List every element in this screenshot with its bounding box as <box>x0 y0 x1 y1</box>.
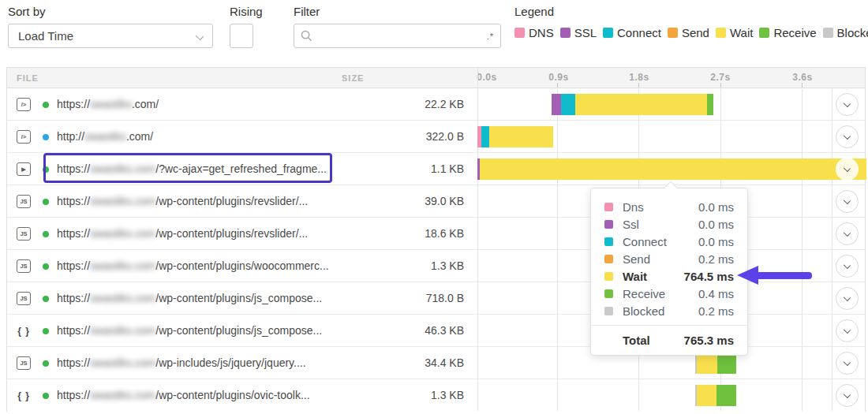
tooltip-metric-value: 0.0 ms <box>698 200 734 214</box>
url-prefix: https:// <box>57 98 90 110</box>
tooltip-metric-label: Wait <box>623 270 684 283</box>
table-row[interactable]: />https://swastiks.com/22.2 KB <box>7 88 865 121</box>
legend-item-blocked: Blocked <box>823 26 868 39</box>
status-dot-green <box>43 231 49 237</box>
axis-tick-mark <box>720 83 721 88</box>
file-url[interactable]: https://swastiks.com/ <box>57 98 159 110</box>
braces-file-icon: { } <box>15 324 32 338</box>
axis-tick-label: 2.7s <box>710 72 730 83</box>
wait-swatch-icon <box>604 272 613 281</box>
chevron-down-icon <box>844 262 851 269</box>
url-domain-blurred: swastiks.com <box>90 227 155 240</box>
tooltip-metric-label: Dns <box>623 200 698 214</box>
file-size: 39.0 KB <box>425 195 464 207</box>
dns-swatch-icon <box>604 203 613 211</box>
tooltip-row-dns: Dns0.0 ms <box>591 198 747 215</box>
timing-bar <box>477 153 866 185</box>
timing-segment-receive <box>707 94 713 115</box>
file-url[interactable]: https://swastiks.com/wp-content/plugins/… <box>57 195 308 207</box>
url-domain-blurred: swastiks.com <box>90 389 155 401</box>
timing-segment-ssl <box>552 94 561 115</box>
file-url[interactable]: https://swastiks.com/wp-content/plugins/… <box>57 324 322 337</box>
file-size: 1.1 KB <box>431 162 464 175</box>
file-url[interactable]: https://swastiks.com/wp-content/plugins/… <box>57 292 322 304</box>
timing-tooltip: Dns0.0 msSsl0.0 msConnect0.0 msSend0.2 m… <box>590 188 748 356</box>
expand-row-button[interactable] <box>836 222 859 245</box>
file-url[interactable]: https://swastiks.com/wp-includes/js/jque… <box>57 356 306 369</box>
regex-toggle-icon[interactable]: .* <box>487 32 494 40</box>
file-url[interactable]: https://swastiks.com/wp-content/plugins/… <box>57 259 329 272</box>
status-dot-green <box>43 360 49 367</box>
sort-by-label: Sort by <box>8 5 46 18</box>
url-domain-blurred: swastiks.com <box>90 324 155 337</box>
axis-tick-label: 1.8s <box>629 72 649 83</box>
table-row[interactable]: />http://swastiks.com/322.0 B <box>7 121 865 153</box>
expand-row-button[interactable] <box>836 93 859 116</box>
url-domain-blurred: swastiks <box>84 130 126 143</box>
js-file-icon: JS <box>17 356 31 370</box>
timing-segment-connect <box>481 126 489 147</box>
js-file-icon: JS <box>17 227 31 241</box>
tooltip-metric-label: Receive <box>623 287 698 300</box>
legend-item-receive: Receive <box>759 26 816 39</box>
table-row[interactable]: ▶https://swastiks.com/?wc-ajax=get_refre… <box>7 153 865 185</box>
table-header: FILE SIZE 0.0s0.9s1.8s2.7s3.6s <box>7 68 865 88</box>
send-swatch-icon <box>604 255 613 263</box>
file-column-header: FILE <box>17 73 39 83</box>
legend-item-label: Wait <box>730 26 753 39</box>
connect-swatch-icon <box>603 28 613 38</box>
file-url[interactable]: http://swastiks.com/ <box>57 130 153 143</box>
file-size: 1.3 KB <box>431 259 464 272</box>
legend-item-label: SSL <box>574 26 597 39</box>
tooltip-row-ssl: Ssl0.0 ms <box>591 215 747 233</box>
file-url[interactable]: https://swastiks.com/wp-content/plugins/… <box>57 389 310 401</box>
url-path: /wp-content/plugins/ovic-toolk... <box>155 389 309 401</box>
sort-by-value: Load Time <box>18 29 73 43</box>
js-file-icon: JS <box>17 292 31 305</box>
expand-row-button[interactable] <box>836 255 859 278</box>
tooltip-row-wait: Wait764.5 ms <box>591 267 747 285</box>
media-file-icon: ▶ <box>17 162 31 176</box>
legend-label: Legend <box>514 5 554 18</box>
dns-swatch-icon <box>514 28 525 38</box>
status-dot-blue <box>43 134 49 140</box>
wait-swatch-icon <box>716 28 726 38</box>
file-url[interactable]: https://swastiks.com/?wc-ajax=get_refres… <box>57 162 327 175</box>
url-prefix: https:// <box>57 389 90 401</box>
expand-row-button[interactable] <box>836 190 859 213</box>
rising-label: Rising <box>230 5 263 18</box>
timing-segment-wait <box>697 385 716 406</box>
expand-row-button[interactable] <box>836 319 859 342</box>
url-path: .com/ <box>126 130 153 143</box>
size-column-header: SIZE <box>342 73 364 83</box>
timing-segment-wait <box>480 159 866 180</box>
js-file-icon: JS <box>17 195 31 208</box>
url-path: /wp-content/plugins/revslider/... <box>155 195 308 207</box>
blocked-swatch-icon <box>604 307 613 315</box>
legend-item-connect: Connect <box>603 26 661 39</box>
file-size: 22.2 KB <box>425 98 464 110</box>
expand-row-button[interactable] <box>836 384 859 407</box>
table-row[interactable]: { }https://swastiks.com/wp-content/plugi… <box>7 379 865 412</box>
expand-row-button[interactable] <box>836 125 859 148</box>
status-dot-green <box>43 166 49 173</box>
tooltip-row-blocked: Blocked0.2 ms <box>591 302 747 319</box>
url-domain-blurred: swastiks.com <box>90 162 155 175</box>
filter-input[interactable] <box>317 30 487 43</box>
axis-tick-mark <box>802 83 803 88</box>
url-domain-blurred: swastiks <box>90 98 132 110</box>
legend-item-dns: DNS <box>514 26 554 39</box>
url-prefix: https:// <box>57 162 90 175</box>
rising-checkbox[interactable] <box>230 24 253 48</box>
file-url[interactable]: https://swastiks.com/wp-content/plugins/… <box>57 227 308 240</box>
timing-segment-wait <box>697 352 717 374</box>
tooltip-row-receive: Receive0.4 ms <box>591 285 747 302</box>
expand-row-button[interactable] <box>836 352 859 375</box>
sort-by-select[interactable]: Load Time <box>8 24 213 48</box>
expand-row-button[interactable] <box>836 158 859 181</box>
waterfall-app: Sort by Load Time Rising Filter .* Legen… <box>0 0 868 414</box>
url-path: /wp-content/plugins/js_compose... <box>155 292 322 304</box>
chevron-down-icon <box>844 165 851 172</box>
timing-bar <box>477 121 866 153</box>
expand-row-button[interactable] <box>836 287 859 310</box>
